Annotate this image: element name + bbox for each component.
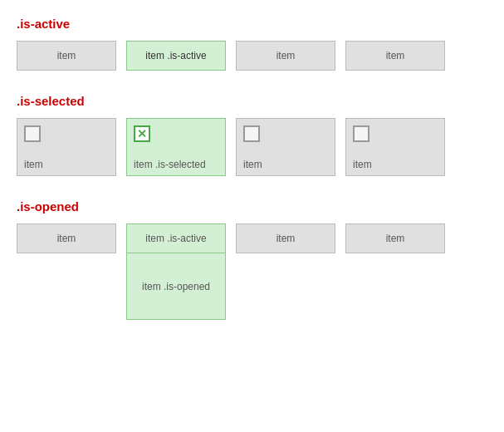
item-label: item .is-selected xyxy=(134,159,206,170)
list-item[interactable]: item xyxy=(345,118,445,176)
checkbox-icon[interactable] xyxy=(353,125,369,142)
list-item-active[interactable]: item .is-active xyxy=(126,41,226,71)
checkbox-icon[interactable] xyxy=(24,125,41,142)
item-label: item xyxy=(386,50,405,61)
list-item[interactable]: item xyxy=(17,41,116,71)
item-label: item xyxy=(57,50,76,61)
list-item-selected[interactable]: ✕ item .is-selected xyxy=(126,118,226,176)
item-label: item xyxy=(386,233,405,244)
item-label: item xyxy=(24,159,43,170)
is-selected-row: item ✕ item .is-selected item item xyxy=(17,118,487,176)
list-item[interactable]: item xyxy=(236,118,335,176)
is-selected-title: .is-selected xyxy=(17,94,487,108)
item-label: item xyxy=(243,159,262,170)
is-opened-row: item item .is-active item .is-opened ite… xyxy=(17,223,487,320)
item-label: item xyxy=(276,233,296,244)
list-item[interactable]: item xyxy=(236,41,335,71)
list-item[interactable]: item xyxy=(345,223,445,253)
item-label: item xyxy=(57,233,76,244)
list-item-opened-panel: item .is-opened xyxy=(126,253,226,320)
list-item[interactable]: item xyxy=(236,223,335,253)
list-item[interactable]: item xyxy=(345,41,445,71)
is-active-row: item item .is-active item item xyxy=(17,41,487,71)
is-active-section: .is-active item item .is-active item ite… xyxy=(17,17,487,71)
list-item[interactable]: item xyxy=(17,118,116,176)
item-label: item .is-active xyxy=(145,50,206,61)
is-selected-section: .is-selected item ✕ item .is-selected it… xyxy=(17,94,487,176)
item-label: item .is-active xyxy=(145,233,206,244)
opened-panel-label: item .is-opened xyxy=(142,281,210,292)
checkbox-icon[interactable] xyxy=(243,125,260,142)
is-opened-title: .is-opened xyxy=(17,199,487,214)
checkbox-checked-icon[interactable]: ✕ xyxy=(134,125,150,142)
is-opened-section: .is-opened item item .is-active item .is… xyxy=(17,199,487,320)
list-item-active[interactable]: item .is-active xyxy=(126,223,226,253)
item-label: item xyxy=(353,159,372,170)
is-active-title: .is-active xyxy=(17,17,487,31)
item-label: item xyxy=(276,50,296,61)
list-item[interactable]: item xyxy=(17,223,116,253)
list-item-opened-container: item .is-active item .is-opened xyxy=(126,223,226,320)
